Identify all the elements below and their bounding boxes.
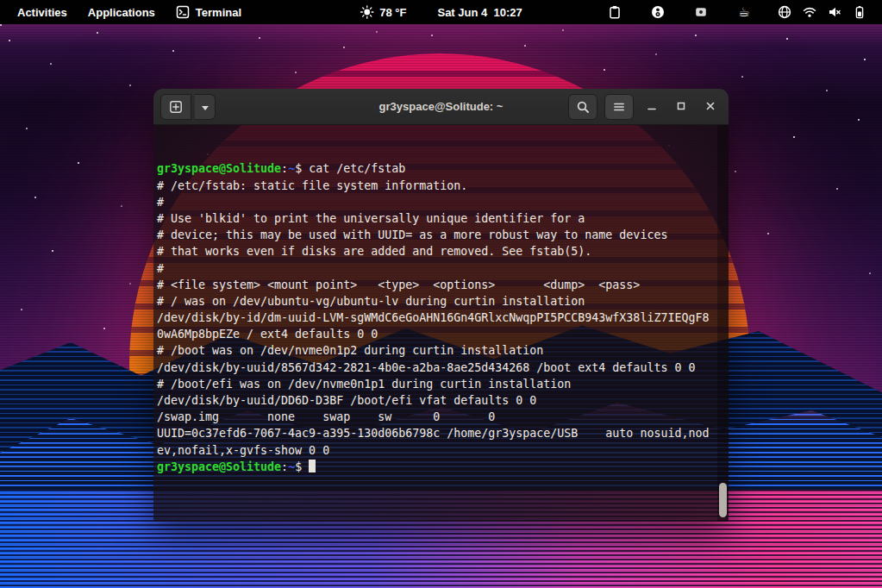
applications-menu-button[interactable]: Applications [88,0,155,24]
minimize-button[interactable] [641,96,663,118]
terminal-scrollbar-track[interactable] [717,125,729,522]
quick-settings-button[interactable] [766,5,873,19]
terminal-line: # [157,260,729,277]
maximize-icon [676,99,686,115]
wallpaper-stars [0,24,2,26]
terminal-line: /dev/disk/by-uuid/DD6D-D3BF /boot/efi vf… [157,392,729,409]
terminal-line: 0wA6Mp8bpEZe / ext4 defaults 0 0 [157,326,729,342]
terminal-line: # <file system> <mount point> <type> <op… [157,277,729,293]
terminal-line: /dev/disk/by-uuid/8567d342-2821-4b0e-a2b… [157,360,729,376]
volume-muted-icon [828,5,841,19]
terminal-line: # /boot was on /dev/nvme0n1p2 during cur… [157,342,729,359]
wifi-icon [803,5,816,19]
terminal-output-text: # that works even if disks are added and… [157,245,591,258]
terminal-output-text: /swap.img none swap sw 0 0 [157,410,495,423]
terminal-output-text: # / was on /dev/ubuntu-vg/ubuntu-lv duri… [157,295,585,308]
prompt-user-host: gr3yspace@Solitude [157,162,281,175]
prompt-path: ~ [288,162,295,175]
terminal-output-text: 0wA6Mp8bpEZe / ext4 defaults 0 0 [157,328,378,341]
terminal-output-text: # [157,196,164,209]
terminal-output-text: UUID=0c37efd6-7067-4ac9-a395-130d06b6798… [157,427,709,440]
terminal-output-text: # Use 'blkid' to print the universally u… [157,212,585,225]
terminal-line: # that works even if disks are added and… [157,243,729,260]
network-globe-icon [778,5,791,19]
activities-button[interactable]: Activities [17,0,67,24]
terminal-output-text: # /boot was on /dev/nvme0n1p2 during cur… [157,344,543,357]
hamburger-menu-button[interactable] [604,94,634,120]
battery-icon [853,5,866,19]
terminal-titlebar[interactable]: gr3yspace@Solitude: ~ [153,89,729,125]
new-tab-icon [169,100,183,114]
terminal-line: gr3yspace@Solitude:~$ cat /etc/fstab [157,160,729,177]
clipboard-icon [608,5,622,19]
terminal-line: # device; this may be used with UUID= as… [157,227,729,243]
terminal-window: gr3yspace@Solitude: ~ [153,89,729,522]
focused-app-label: Terminal [196,6,241,19]
clipboard-indicator-button[interactable] [593,0,636,24]
terminal-line: # [157,194,729,210]
focused-app-menu[interactable]: Terminal [176,0,241,24]
screenshot-indicator-icon [694,5,708,19]
close-icon [705,99,716,115]
terminal-line: # / was on /dev/ubuntu-vg/ubuntu-lv duri… [157,293,729,310]
top-bar: Activities Applications Terminal 78 °F S… [0,0,882,24]
terminal-output-text: ev,nofail,x-gvfs-show 0 0 [157,444,329,457]
terminal-output-text: # <file system> <mount point> <type> <op… [157,278,640,291]
minimize-icon [647,99,657,115]
terminal-command: cat /etc/fstab [309,162,405,175]
weather-widget[interactable]: 78 °F [360,5,406,19]
search-button[interactable] [568,94,597,120]
terminal-output-text: # /etc/fstab: static file system informa… [157,179,467,192]
terminal-output-text: # [157,262,164,275]
prompt-dollar: $ [295,460,309,473]
activities-label: Activities [17,6,67,19]
terminal-line: # Use 'blkid' to print the universally u… [157,210,729,227]
applications-label: Applications [88,6,155,19]
terminal-app-icon [176,5,190,19]
chevron-down-icon [201,99,210,115]
close-button[interactable] [699,96,722,118]
maximize-button[interactable] [670,96,692,118]
clock-button[interactable]: Sat Jun 4 10:27 [437,6,522,19]
terminal-scrollbar-thumb[interactable] [719,483,727,517]
terminal-output-text: /dev/disk/by-id/dm-uuid-LVM-sgWMdC6eGoAH… [157,311,709,324]
tab-list-dropdown-button[interactable] [195,94,216,120]
terminal-output-text: # /boot/efi was on /dev/nvme0n1p1 during… [157,378,571,391]
terminal-output-text: /dev/disk/by-uuid/DD6D-D3BF /boot/efi vf… [157,394,536,407]
terminal-output: gr3yspace@Solitude:~$ cat /etc/fstab# /e… [157,160,729,475]
prompt-colon: : [281,460,288,473]
prompt-user-host: gr3yspace@Solitude [157,460,281,473]
terminal-screen[interactable]: gr3yspace@Solitude:~$ cat /etc/fstab# /e… [153,125,729,522]
terminal-line: ev,nofail,x-gvfs-show 0 0 [157,442,729,459]
weather-sun-icon [360,5,373,19]
new-tab-button[interactable] [160,94,191,120]
hamburger-menu-icon [612,100,626,114]
terminal-output-text: /dev/disk/by-uuid/8567d342-2821-4b0e-a2b… [157,361,695,374]
search-icon [576,100,590,114]
caffeine-button[interactable]: ☕ [722,0,766,24]
prompt-colon: : [281,162,288,175]
terminal-line: # /etc/fstab: static file system informa… [157,178,729,194]
weather-temp: 78 °F [379,6,406,19]
terminal-cursor [309,460,316,472]
terminal-line: /dev/disk/by-id/dm-uuid-LVM-sgWMdC6eGoAH… [157,310,729,326]
terminal-output-text: # device; this may be used with UUID= as… [157,228,667,241]
terminal-line: # /boot/efi was on /dev/nvme0n1p1 during… [157,376,729,392]
prompt-dollar: $ [295,162,309,175]
terminal-line: UUID=0c37efd6-7067-4ac9-a395-130d06b6798… [157,425,729,441]
caffeine-cup-icon: ☕ [738,5,749,19]
clock-label: Sat Jun 4 10:27 [437,6,522,19]
status-indicator-button[interactable] [636,0,679,24]
terminal-line: /swap.img none swap sw 0 0 [157,409,729,425]
status-indicator-icon [651,5,665,19]
terminal-line: gr3yspace@Solitude:~$ [157,459,729,475]
screenshot-indicator-button[interactable] [679,0,722,24]
prompt-path: ~ [288,460,295,473]
